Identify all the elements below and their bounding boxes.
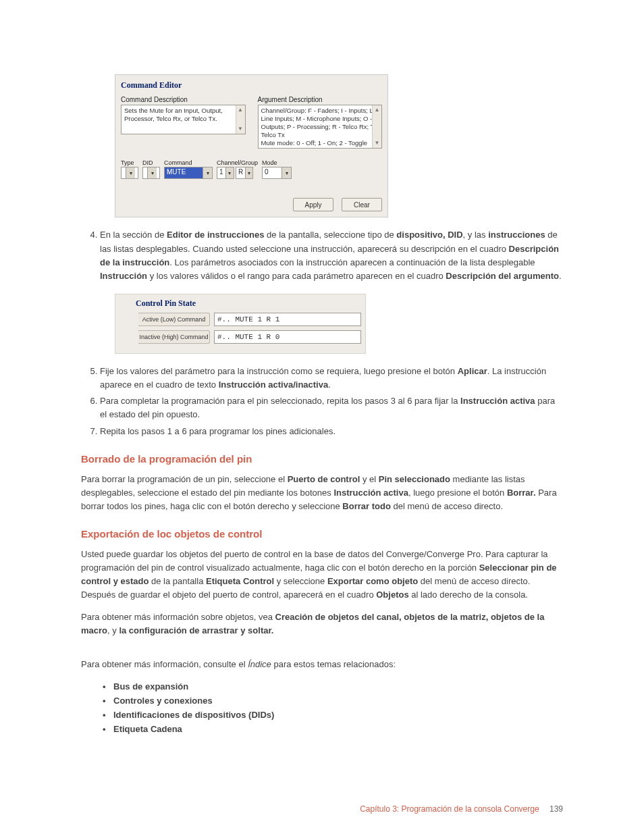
inactive-command-input[interactable]: #.. MUTE 1 R 0 [214,330,361,344]
footer-chapter: Capítulo 3: Programación de la consola C… [360,804,539,814]
did-label: DID [142,159,160,166]
section-exportacion-body-2: Para obtener más información sobre objet… [81,610,563,637]
command-dropdown[interactable]: MUTE ▾ [164,167,213,179]
channel-group-label: Channel/Group [217,159,258,166]
footer-page-number: 139 [549,804,563,814]
mode-dropdown[interactable]: 0 ▾ [262,167,292,179]
command-label: Command [164,159,213,166]
section-borrado-body: Para borrar la programación de un pin, s… [81,473,563,513]
chevron-up-icon[interactable]: ▲ [373,105,381,115]
step-5: Fije los valores del parámetro para la i… [100,365,563,392]
chevron-up-icon[interactable]: ▲ [236,105,245,115]
step-6: Para completar la programación para el p… [100,394,563,421]
command-editor-title: Command Editor [121,80,382,90]
type-dropdown[interactable]: ▾ [121,167,138,179]
related-topic: Controles y conexiones [113,694,563,708]
arg-desc-label: Argument Description [258,96,383,103]
clear-button[interactable]: Clear [342,198,382,211]
type-label: Type [121,159,138,166]
instruction-list-continued: Fije los valores del parámetro para la i… [81,365,563,438]
chevron-down-icon: ▾ [225,167,234,178]
related-topic: Identificaciones de dispositivos (DIDs) [113,708,563,722]
active-command-input[interactable]: #.. MUTE 1 R 1 [214,313,361,326]
apply-button[interactable]: Apply [293,198,333,211]
chevron-down-icon: ▾ [126,167,135,178]
cmd-desc-label: Command Description [121,96,246,103]
chevron-down-icon: ▾ [203,167,212,178]
section-exportacion-body-1: Usted puede guardar los objetos del puer… [81,548,563,602]
mode-label: Mode [262,159,292,166]
chevron-down-icon[interactable]: ▼ [373,138,381,148]
related-topic: Etiqueta Cadena [113,722,563,736]
cmd-desc-textarea[interactable]: Sets the Mute for an Input, Output, Proc… [121,105,246,134]
group-dropdown[interactable]: R ▾ [236,167,253,179]
arg-desc-textarea[interactable]: Channel/Group: F - Faders; I - Inputs; L… [258,105,383,149]
did-dropdown[interactable]: ▾ [142,167,160,179]
control-pin-state-panel: Control Pin State Active (Low) Command #… [115,294,366,354]
chevron-down-icon: ▾ [281,167,291,178]
section-borrado-heading: Borrado de la programación del pin [81,453,563,465]
step-4: En la sección de Editor de instrucciones… [100,228,563,283]
chevron-down-icon: ▾ [245,167,252,178]
scrollbar[interactable]: ▲ ▼ [236,105,245,134]
related-topic: Bus de expansión [113,679,563,694]
instruction-list: En la sección de Editor de instrucciones… [81,228,563,283]
step-7: Repita los pasos 1 a 6 para programar lo… [100,425,563,438]
inactive-command-tab[interactable]: Inactive (High) Command [138,330,210,344]
chevron-down-icon: ▾ [147,167,157,178]
more-info: Para obtener más información, consulte e… [81,658,563,671]
cmd-desc-text: Sets the Mute for an Input, Output, Proc… [124,107,223,122]
channel-dropdown[interactable]: 1 ▾ [217,167,234,179]
section-exportacion-heading: Exportación de loc objetos de control [81,528,563,540]
related-topics-list: Bus de expansión Controles y conexiones … [81,679,563,736]
control-pin-state-title: Control Pin State [136,298,361,309]
active-command-tab[interactable]: Active (Low) Command [138,313,210,326]
chevron-down-icon[interactable]: ▼ [236,124,245,134]
arg-desc-text: Channel/Group: F - Faders; I - Inputs; L… [261,107,380,147]
scrollbar[interactable]: ▲ ▼ [372,105,381,148]
page-footer: Capítulo 3: Programación de la consola C… [360,804,563,814]
command-editor-panel: Command Editor Command Description Sets … [115,74,388,217]
